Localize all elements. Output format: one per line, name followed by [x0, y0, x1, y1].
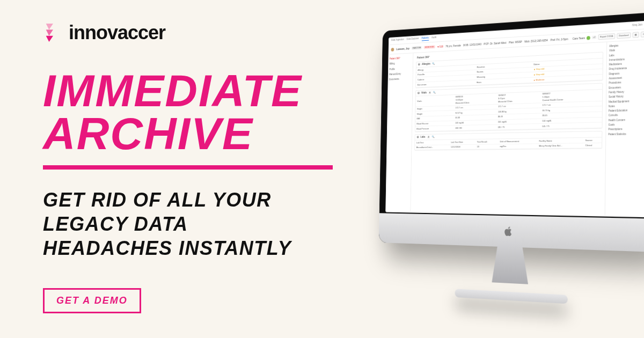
right-nav-label: Prescriptions	[608, 128, 622, 131]
col-h: Source	[584, 137, 602, 143]
patient-name: Lawson, Joy	[396, 47, 409, 51]
svg-marker-1	[46, 30, 53, 35]
labs-table: Lab Test Lab Test Date Test Result Unit …	[415, 137, 602, 150]
account-name: Niraj Jain	[632, 23, 642, 27]
search-icon[interactable]: 🔍	[432, 62, 435, 65]
col-h: 12/06/173:11pmMemorial Clinic	[496, 92, 541, 104]
search-icon[interactable]: 🔍	[433, 91, 436, 94]
sub-line-1: Get rid of all your	[43, 189, 272, 211]
imac-bezel: Data Ingestion Data Explorer Patients Au…	[379, 12, 644, 252]
patient-pref: Pref: Fri, 2-5pm	[551, 37, 568, 42]
col-h: Status	[532, 58, 603, 67]
labs-count: 4	[427, 136, 430, 138]
avatar	[391, 48, 394, 52]
right-nav-label: Immunizations	[609, 58, 625, 62]
status-cell: ▲ Moderate	[532, 75, 603, 83]
right-nav-item[interactable]: Family History3	[609, 89, 644, 95]
patient-actions: Care Team +2 Export CCDA Download ▦ ≡	[573, 32, 644, 41]
search-icon[interactable]: 🔍	[431, 135, 434, 138]
col-h: Facility Name	[537, 138, 583, 143]
headline: Immediate Archive	[43, 70, 343, 156]
patient-dob: DOB: 12/01/1943	[463, 42, 481, 47]
status-cell: ▲ Very mild	[532, 64, 603, 72]
card-title: Labs	[420, 135, 425, 138]
vitals-count: 6	[428, 91, 431, 94]
status-badge: INACTIVE	[412, 46, 422, 49]
left-nav-item[interactable]: Documents	[389, 76, 411, 83]
download-button[interactable]: Download	[617, 33, 631, 39]
app-nav-tabs: Data Ingestion Data Explorer Patients Au…	[391, 36, 436, 43]
svg-marker-2	[46, 36, 53, 42]
right-nav-label: Diagnosis	[609, 72, 620, 76]
right-nav-item[interactable]: Patient Statistics	[608, 131, 644, 137]
subheadline: Get rid of all your legacy data headache…	[43, 188, 343, 260]
layout-toggle-list[interactable]: ≡	[640, 32, 644, 38]
collapse-icon[interactable]: ⊟	[418, 92, 419, 95]
pt-heart-icon: ♥ 518	[437, 45, 443, 48]
card-title: Allergies	[422, 62, 430, 66]
imac-stand-neck	[492, 236, 528, 284]
right-nav-item[interactable]: Medical Equipment	[609, 99, 644, 105]
right-nav-item[interactable]: Consults	[609, 113, 644, 118]
account-area[interactable]: Niraj Jain ▾	[632, 23, 644, 27]
nav-tab-active[interactable]: Patients	[421, 36, 429, 41]
right-nav-label: Notes	[609, 105, 615, 108]
col-h: Vitals	[415, 95, 454, 107]
imac-stand-foot	[455, 289, 568, 304]
right-nav-item[interactable]: Medications7	[609, 61, 644, 67]
right-nav-item[interactable]: Prescriptions	[608, 127, 644, 132]
right-nav-item[interactable]: Immunizations1	[609, 56, 644, 63]
nav-tab[interactable]: Audit	[431, 36, 436, 40]
headline-line-2: Archive	[43, 108, 253, 159]
right-nav-item[interactable]: Goals	[608, 122, 644, 128]
right-nav-item[interactable]: Social History3	[609, 94, 644, 100]
right-nav-label: Allergies	[609, 45, 618, 48]
vitals-table: Vitals 08/05/1812:03pmMemorial Clinic 12…	[415, 90, 603, 131]
right-nav-item[interactable]: Labs5	[609, 52, 644, 58]
right-nav-label: Labs	[609, 54, 614, 57]
right-nav: Allergies3Vitals5Labs5Immunizations1Medi…	[605, 40, 644, 217]
svg-marker-0	[46, 24, 53, 30]
care-team-avatar[interactable]	[587, 35, 590, 40]
right-nav-label: Encounters	[609, 86, 621, 90]
patient-mob: Mob: (512) 265-6254	[524, 38, 548, 43]
get-demo-button[interactable]: Get a Demo	[43, 288, 141, 313]
sub-line-3: headaches instantly	[43, 237, 291, 259]
export-ccda-button[interactable]: Export CCDA	[598, 33, 615, 40]
right-nav-label: Vitals	[609, 49, 615, 53]
care-team-label: Care Team	[573, 36, 586, 41]
main-content: Patient 360° ⊟ Allergies 🔍	[411, 42, 606, 217]
collapse-icon[interactable]: ⊟	[417, 136, 419, 139]
headline-underline	[43, 165, 333, 170]
innovaccer-logo-mark	[43, 23, 63, 43]
right-nav-item[interactable]: Assessment	[609, 75, 644, 82]
col-h: 08/05/1812:03pmMemorial Clinic	[454, 93, 497, 106]
right-nav-item[interactable]: Notes	[609, 103, 644, 109]
right-nav-label: Consults	[609, 114, 618, 117]
right-nav-item[interactable]: Health Concern	[609, 117, 644, 123]
collapse-icon[interactable]: ⊟	[418, 63, 420, 66]
device-stage: Data Ingestion Data Explorer Patients Au…	[338, 16, 644, 327]
right-nav-item[interactable]: Vitals5	[609, 47, 644, 53]
right-nav-item[interactable]: Drug Intolerance	[609, 65, 644, 72]
right-nav-item[interactable]: Allergies3	[609, 42, 644, 49]
col-h: Unit of Measurement	[499, 138, 538, 144]
right-nav-item[interactable]: Procedures2	[609, 80, 644, 86]
right-nav-label: Medications	[609, 63, 622, 67]
right-nav-label: Assessment	[609, 77, 622, 81]
right-nav-item[interactable]: Encounters4	[609, 84, 644, 90]
card-title: Vitals	[421, 91, 427, 94]
imac-stand	[474, 235, 547, 303]
brand-logo: innovaccer	[43, 21, 165, 44]
nav-tab[interactable]: Data Explorer	[407, 37, 419, 42]
app-screenshot: Data Ingestion Data Explorer Patients Au…	[385, 20, 644, 217]
imac-device: Data Ingestion Data Explorer Patients Au…	[379, 12, 644, 252]
right-nav-item[interactable]: Diagnosis3	[609, 70, 644, 77]
labs-card: ⊟ Labs 4 🔍 Lab Test Lab Test Date	[414, 131, 602, 151]
layout-toggle-grid[interactable]: ▦	[632, 32, 639, 38]
care-team-more[interactable]: +2	[592, 35, 596, 39]
nav-tab[interactable]: Data Ingestion	[391, 38, 404, 43]
hero-copy: Immediate Archive Get rid of all your le…	[43, 70, 343, 260]
left-nav: Patient 360° Billing Profile Manual Entr…	[385, 53, 413, 212]
right-nav-item[interactable]: Patient Education	[609, 108, 644, 114]
